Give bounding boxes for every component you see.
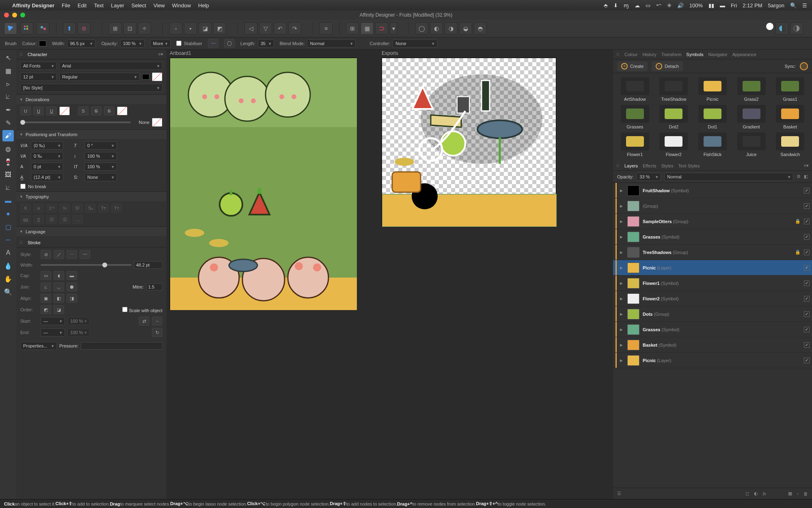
expand-arrow-icon[interactable]: ▶ bbox=[620, 281, 624, 285]
vector-brush-tool[interactable]: 🖌 bbox=[2, 130, 14, 141]
shear[interactable]: 0 ° bbox=[84, 141, 117, 150]
arrow-reset[interactable]: ↻ bbox=[152, 328, 162, 337]
stroke-solid[interactable]: ／ bbox=[54, 250, 64, 259]
tab-text-styles[interactable]: Text Styles bbox=[678, 163, 700, 168]
view-split-icon[interactable] bbox=[790, 22, 803, 35]
adjustment-icon[interactable]: ◐ bbox=[754, 491, 758, 496]
arrow-swap[interactable]: ⇄ bbox=[139, 317, 149, 326]
artboard1[interactable] bbox=[170, 58, 356, 310]
underline-none[interactable]: U bbox=[20, 106, 31, 115]
menu-view[interactable]: View bbox=[153, 2, 165, 9]
menu-layer[interactable]: Layer bbox=[111, 2, 124, 9]
kerning[interactable]: (0 ‰) bbox=[31, 141, 63, 150]
layer-row[interactable]: ▶ SampleOtters (Group) 🔒 ✓ bbox=[613, 214, 812, 229]
persona-export[interactable] bbox=[37, 22, 50, 35]
clock-day[interactable]: Fri bbox=[731, 2, 737, 9]
geom-divide-icon[interactable]: ◓ bbox=[474, 22, 487, 35]
geom-xor-icon[interactable]: ◒ bbox=[459, 22, 472, 35]
case[interactable]: ⓪ bbox=[59, 215, 70, 224]
cap-round[interactable]: ◖ bbox=[54, 271, 64, 280]
colour-swatch[interactable] bbox=[39, 41, 46, 46]
geom-subtract-icon[interactable]: ◐ bbox=[430, 22, 443, 35]
decorations-header[interactable]: ▼Decorations bbox=[16, 94, 166, 104]
liga-std[interactable]: fi bbox=[20, 204, 31, 213]
visibility-checkbox[interactable]: ✓ bbox=[804, 358, 810, 363]
cap-butt[interactable]: ▭ bbox=[41, 271, 51, 280]
cap-square[interactable]: ▬ bbox=[67, 271, 77, 280]
menu-edit[interactable]: Edit bbox=[78, 2, 86, 9]
battery-icon[interactable]: ▮▮ bbox=[708, 2, 714, 9]
join-round[interactable]: ◡ bbox=[54, 282, 64, 291]
stabiliser-checkbox[interactable] bbox=[176, 41, 181, 46]
flip-v-icon[interactable]: ▽ bbox=[259, 22, 272, 35]
visibility-checkbox[interactable]: ✓ bbox=[804, 327, 810, 332]
expand-arrow-icon[interactable]: ▶ bbox=[620, 189, 624, 193]
pen-tool[interactable]: ✒ bbox=[2, 104, 14, 115]
revert-defaults[interactable]: ⊘ bbox=[78, 22, 91, 35]
expand-arrow-icon[interactable]: ▶ bbox=[620, 312, 624, 316]
scale-checkbox[interactable] bbox=[122, 307, 127, 312]
snap-geometry-icon[interactable]: ✧ bbox=[138, 22, 151, 35]
tracking[interactable]: 0 ‰ bbox=[31, 152, 63, 160]
font-weight[interactable]: Regular bbox=[59, 73, 140, 81]
properties-button[interactable]: Properties... bbox=[20, 342, 57, 350]
lock-icon[interactable]: 🔒 bbox=[795, 250, 801, 255]
expand-arrow-icon[interactable]: ▶ bbox=[620, 358, 624, 363]
view-outline-icon[interactable] bbox=[775, 22, 788, 35]
detach-symbol-button[interactable]: −Detach bbox=[652, 61, 683, 71]
arrow-tool[interactable]: ↔ bbox=[2, 234, 14, 245]
persona-pixel[interactable] bbox=[20, 22, 33, 35]
expand-arrow-icon[interactable]: ▶ bbox=[620, 219, 624, 224]
stroke-none[interactable]: ⊘ bbox=[41, 250, 51, 259]
volume-icon[interactable]: 🔊 bbox=[677, 2, 684, 9]
arrow-end[interactable]: — bbox=[41, 328, 65, 336]
stabiliser-length[interactable]: 35 bbox=[258, 39, 274, 48]
order-front[interactable]: ◪ bbox=[54, 305, 64, 314]
tab-history[interactable]: History bbox=[642, 52, 656, 57]
lock-icon[interactable]: 🔒 bbox=[795, 219, 801, 224]
arrow-end-size[interactable]: 100 % bbox=[67, 328, 90, 336]
expand-arrow-icon[interactable]: ▶ bbox=[620, 235, 624, 239]
text-fill-swatch[interactable] bbox=[142, 74, 149, 80]
visibility-checkbox[interactable]: ✓ bbox=[804, 250, 810, 255]
symbol-dot2[interactable]: Dot2 bbox=[656, 105, 692, 129]
visibility-checkbox[interactable]: ✓ bbox=[804, 296, 810, 302]
move-front-icon[interactable]: ◩ bbox=[213, 22, 226, 35]
spacing[interactable]: None bbox=[84, 173, 117, 181]
strike-single[interactable]: S bbox=[91, 106, 102, 115]
expand-arrow-icon[interactable]: ▶ bbox=[620, 204, 624, 208]
persona-designer[interactable] bbox=[4, 22, 17, 35]
transparency-tool[interactable]: 🍷 bbox=[2, 156, 14, 167]
layer-row[interactable]: ▶ (Group) ✓ bbox=[613, 198, 812, 214]
layer-row[interactable]: ▶ Picnic (Layer) ✓ bbox=[613, 260, 812, 276]
layer-row[interactable]: ▶ FruitShadow (Symbol) ✓ bbox=[613, 183, 812, 198]
titling[interactable]: ∫∫ bbox=[33, 215, 44, 224]
exports-artboard[interactable] bbox=[382, 58, 556, 226]
fx-icon[interactable]: fx bbox=[763, 491, 767, 496]
join-bevel[interactable]: ⬢ bbox=[67, 282, 77, 291]
layers-menu-icon[interactable]: ≡▾ bbox=[804, 163, 809, 168]
language-header[interactable]: ▼Language bbox=[16, 226, 166, 236]
grip-icon[interactable]: ⁞⁞ bbox=[19, 52, 23, 57]
expand-arrow-icon[interactable]: ▶ bbox=[620, 250, 624, 254]
more-typo[interactable]: … bbox=[72, 215, 83, 224]
tab-colour[interactable]: Colour bbox=[624, 52, 637, 57]
font-family[interactable]: Arial bbox=[59, 62, 162, 70]
controller-select[interactable]: None bbox=[393, 39, 437, 48]
strike-none[interactable]: S bbox=[78, 106, 89, 115]
symbol-grass1[interactable]: Grass1 bbox=[772, 77, 808, 102]
symbol-picnic[interactable]: Picnic bbox=[695, 77, 730, 102]
visibility-checkbox[interactable]: ✓ bbox=[804, 219, 810, 224]
displays-icon[interactable]: ▭ bbox=[646, 2, 650, 9]
blend-mode[interactable]: Normal bbox=[307, 39, 356, 48]
add-pixel-layer-icon[interactable]: ▦ bbox=[788, 491, 792, 496]
visibility-checkbox[interactable]: ✓ bbox=[804, 280, 810, 286]
force-pixel-icon[interactable]: ▦ bbox=[361, 22, 374, 35]
symbol-artshadow[interactable]: ArtShadow bbox=[617, 77, 653, 102]
rotate-ccw-icon[interactable]: ↶ bbox=[274, 22, 287, 35]
font-size[interactable]: 12 pt bbox=[20, 73, 57, 81]
text-stroke-none[interactable] bbox=[152, 72, 162, 81]
visibility-checkbox[interactable]: ✓ bbox=[804, 188, 810, 193]
snap-options-icon[interactable]: ▾ bbox=[390, 22, 397, 35]
underline-single[interactable]: U bbox=[33, 106, 44, 115]
